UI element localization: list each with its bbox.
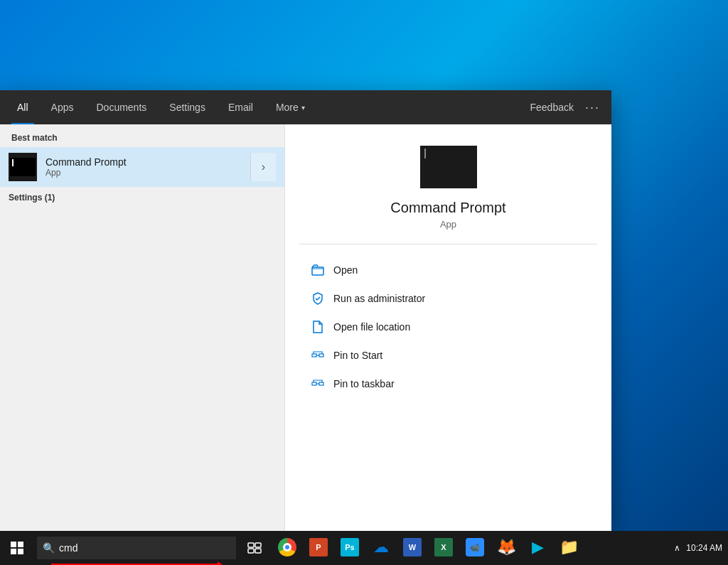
svg-rect-9 — [248, 543, 254, 547]
search-panel: All Apps Documents Settings Email More ▾… — [0, 90, 611, 531]
taskbar-media-player[interactable]: ▶ — [523, 531, 552, 565]
svg-rect-12 — [255, 549, 261, 553]
settings-section-label: Settings (1) — [9, 193, 276, 203]
settings-section: Settings (1) — [0, 187, 284, 208]
svg-rect-2 — [319, 354, 323, 357]
start-button[interactable] — [0, 531, 34, 565]
action-pin-start-label: Pin to Start — [333, 350, 382, 361]
svg-rect-8 — [18, 549, 23, 554]
taskbar-firefox[interactable]: 🦊 — [492, 531, 520, 565]
taskbar-excel[interactable]: X — [429, 531, 458, 565]
desktop: All Apps Documents Settings Email More ▾… — [0, 0, 728, 565]
action-file-location[interactable]: Open file location — [299, 313, 597, 341]
left-panel: Best match Command Prompt App › — [0, 124, 284, 531]
system-tray: ∧ — [674, 543, 680, 553]
chevron-down-icon: ▾ — [301, 104, 305, 112]
feedback-button[interactable]: Feedback — [525, 102, 579, 113]
app-preview-icon — [420, 146, 477, 188]
tab-documents[interactable]: Documents — [85, 90, 158, 124]
action-pin-taskbar[interactable]: Pin to taskbar — [299, 370, 597, 398]
shield-icon — [311, 291, 325, 306]
pin-start-icon — [311, 348, 325, 362]
svg-rect-7 — [11, 549, 16, 554]
svg-rect-11 — [248, 549, 254, 553]
svg-rect-1 — [312, 354, 316, 357]
taskbar-photoshop[interactable]: Ps — [336, 531, 364, 565]
more-options-button[interactable]: ··· — [579, 100, 606, 115]
tab-settings[interactable]: Settings — [158, 90, 217, 124]
taskbar-file-explorer[interactable]: 📁 — [555, 531, 583, 565]
open-folder-icon — [311, 263, 325, 277]
result-subtitle: App — [46, 168, 250, 178]
action-pin-taskbar-label: Pin to taskbar — [333, 378, 395, 389]
app-preview-type: App — [440, 219, 456, 230]
result-title: Command Prompt — [46, 156, 250, 168]
result-item-command-prompt[interactable]: Command Prompt App › — [0, 147, 284, 187]
taskbar-zoom[interactable]: 📹 — [461, 531, 489, 565]
taskbar-chrome[interactable] — [273, 531, 301, 565]
svg-rect-6 — [18, 542, 23, 547]
action-open[interactable]: Open — [299, 256, 597, 284]
action-pin-start[interactable]: Pin to Start — [299, 341, 597, 370]
tab-email[interactable]: Email — [217, 90, 264, 124]
taskbar-app-icons: P Ps ☁ W X 📹 🦊 ▶ — [273, 531, 583, 565]
action-file-location-label: Open file location — [333, 321, 410, 333]
tab-bar: All Apps Documents Settings Email More ▾… — [0, 90, 611, 124]
search-icon: 🔍 — [43, 542, 55, 554]
tab-all[interactable]: All — [6, 90, 40, 124]
clock: 10:24 AM — [686, 543, 722, 553]
file-icon — [311, 320, 325, 334]
svg-rect-10 — [255, 543, 261, 547]
result-arrow-button[interactable]: › — [250, 153, 276, 181]
action-run-admin[interactable]: Run as administrator — [299, 284, 597, 313]
best-match-label: Best match — [0, 124, 284, 147]
tab-more[interactable]: More ▾ — [264, 90, 316, 124]
result-text: Command Prompt App — [46, 156, 250, 178]
content-area: Best match Command Prompt App › — [0, 124, 611, 531]
taskbar-word[interactable]: W — [398, 531, 427, 565]
action-list: Open Run as administrator — [299, 256, 597, 398]
taskbar-onedrive[interactable]: ☁ — [367, 531, 395, 565]
svg-rect-3 — [312, 382, 316, 385]
pin-taskbar-icon — [311, 377, 325, 391]
taskbar: 🔍 P Ps — [0, 531, 728, 565]
right-panel: Command Prompt App Open — [284, 124, 611, 531]
search-input[interactable] — [59, 542, 187, 554]
taskbar-right: ∧ 10:24 AM — [674, 543, 728, 553]
app-preview-name: Command Prompt — [390, 200, 505, 216]
divider — [299, 244, 597, 244]
svg-rect-4 — [319, 382, 323, 385]
action-run-admin-label: Run as administrator — [333, 293, 425, 304]
command-prompt-icon — [9, 153, 37, 181]
svg-rect-5 — [11, 542, 16, 547]
task-view-button[interactable] — [239, 531, 270, 565]
taskbar-search-box[interactable]: 🔍 — [37, 537, 236, 559]
tab-apps[interactable]: Apps — [40, 90, 85, 124]
taskbar-powerpoint[interactable]: P — [304, 531, 333, 565]
action-open-label: Open — [333, 264, 358, 276]
